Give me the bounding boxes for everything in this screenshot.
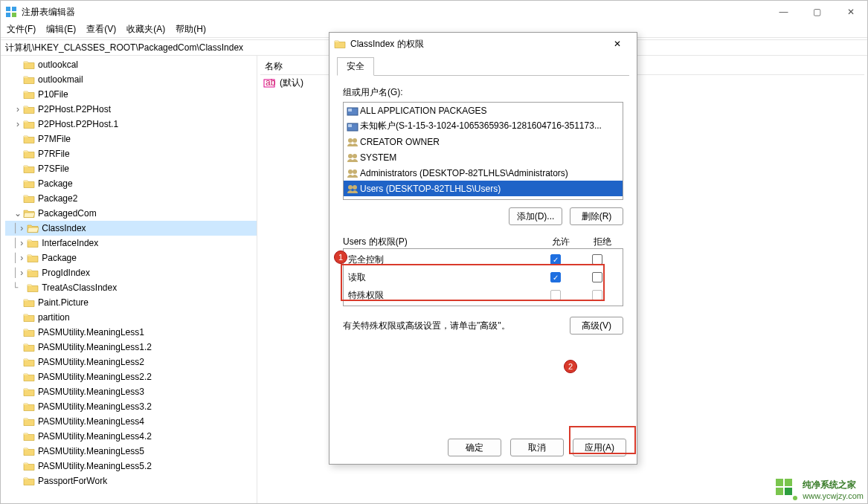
group-name: Administrators (DESKTOP-82TLHLS\Administ… bbox=[360, 168, 568, 178]
folder-icon bbox=[23, 446, 35, 456]
menu-edit[interactable]: 编辑(E) bbox=[46, 23, 76, 37]
column-name[interactable]: 名称 bbox=[265, 60, 283, 73]
deny-checkbox[interactable] bbox=[592, 272, 602, 282]
tree-item-P2PHost.P2PHost[interactable]: ›P2PHost.P2PHost bbox=[5, 102, 257, 117]
tree-item-Package2[interactable]: Package2 bbox=[5, 191, 257, 206]
tree-item-P10File[interactable]: P10File bbox=[5, 87, 257, 102]
tree-item-InterfaceIndex[interactable]: │›InterfaceIndex bbox=[5, 236, 257, 251]
tree-item-outlookcal[interactable]: outlookcal bbox=[5, 57, 257, 72]
folder-icon bbox=[27, 282, 39, 293]
watermark: 纯净系统之家 www.ycwjzy.com bbox=[774, 477, 864, 501]
tree-item-PASMUtility.MeaningLess3.2[interactable]: PASMUtility.MeaningLess3.2 bbox=[5, 399, 257, 414]
group-name: 未知帐户(S-1-15-3-1024-1065365936-1281604716… bbox=[360, 120, 602, 132]
maximize-button[interactable]: ▢ bbox=[800, 1, 834, 23]
tree-item-PASMUtility.MeaningLess4.2[interactable]: PASMUtility.MeaningLess4.2 bbox=[5, 429, 257, 444]
folder-icon bbox=[23, 119, 35, 129]
folder-icon bbox=[23, 357, 35, 367]
tree-item-PASMUtility.MeaningLess3[interactable]: PASMUtility.MeaningLess3 bbox=[5, 384, 257, 399]
folder-icon bbox=[23, 149, 35, 159]
folder-icon bbox=[23, 178, 35, 189]
column-deny: 拒绝 bbox=[582, 236, 623, 248]
menu-help[interactable]: 帮助(H) bbox=[176, 23, 206, 37]
allow-checkbox[interactable]: ✓ bbox=[550, 254, 561, 265]
dialog-close-button[interactable]: ✕ bbox=[602, 33, 632, 54]
group-icon bbox=[347, 168, 359, 178]
groups-listbox[interactable]: ALL APPLICATION PACKAGES未知帐户(S-1-15-3-10… bbox=[343, 102, 623, 200]
tree-item-PassportForWork[interactable]: PassportForWork bbox=[5, 474, 257, 488]
folder-icon bbox=[334, 39, 346, 49]
permission-name: 完全控制 bbox=[348, 253, 535, 266]
advanced-button[interactable]: 高级(V) bbox=[570, 317, 623, 335]
folder-icon bbox=[23, 476, 35, 486]
allow-checkbox[interactable]: ✓ bbox=[550, 272, 561, 282]
annotation-callout-1: 1 bbox=[334, 251, 347, 264]
tree-item-PASMUtility.MeaningLess4[interactable]: PASMUtility.MeaningLess4 bbox=[5, 414, 257, 429]
tree-item-TreatAsClassIndex[interactable]: └TreatAsClassIndex bbox=[5, 280, 257, 295]
tree-item-PackagedCom[interactable]: ⌄PackagedCom bbox=[5, 206, 257, 221]
group-item[interactable]: CREATOR OWNER bbox=[344, 134, 623, 149]
dialog-titlebar: ClassIndex 的权限 ✕ bbox=[329, 33, 637, 55]
tree-item-label: P7RFile bbox=[38, 149, 70, 159]
tree-item-label: partition bbox=[38, 312, 70, 323]
tree-item-P7MFile[interactable]: P7MFile bbox=[5, 132, 257, 146]
group-name: ALL APPLICATION PACKAGES bbox=[360, 106, 487, 116]
group-icon bbox=[347, 184, 359, 194]
menu-file[interactable]: 文件(F) bbox=[7, 23, 36, 37]
ok-button[interactable]: 确定 bbox=[448, 439, 501, 456]
group-name: SYSTEM bbox=[360, 152, 396, 163]
folder-icon bbox=[23, 104, 35, 114]
tree-item-Package[interactable]: │›Package bbox=[5, 251, 257, 265]
value-name: (默认) bbox=[280, 77, 303, 89]
tree-item-PASMUtility.MeaningLess5.2[interactable]: PASMUtility.MeaningLess5.2 bbox=[5, 459, 257, 474]
close-button[interactable]: ✕ bbox=[834, 1, 867, 23]
tree-item-P7SFile[interactable]: P7SFile bbox=[5, 161, 257, 176]
tree-item-PASMUtility.MeaningLess2.2[interactable]: PASMUtility.MeaningLess2.2 bbox=[5, 369, 257, 384]
group-item[interactable]: Administrators (DESKTOP-82TLHLS\Administ… bbox=[344, 165, 623, 181]
tree-item-partition[interactable]: partition bbox=[5, 310, 257, 325]
menu-view[interactable]: 查看(V) bbox=[86, 23, 116, 37]
tree-item-label: P7SFile bbox=[38, 164, 69, 174]
folder-icon bbox=[27, 238, 39, 248]
minimize-button[interactable]: — bbox=[767, 1, 800, 23]
tree-panel[interactable]: outlookcaloutlookmailP10File›P2PHost.P2P… bbox=[1, 56, 257, 503]
group-item[interactable]: 未知帐户(S-1-15-3-1024-1065365936-1281604716… bbox=[344, 118, 623, 134]
tree-item-PASMUtility.MeaningLess2[interactable]: PASMUtility.MeaningLess2 bbox=[5, 355, 257, 369]
column-allow: 允许 bbox=[540, 236, 582, 248]
tabstrip: 安全 bbox=[337, 55, 629, 76]
add-button[interactable]: 添加(D)... bbox=[509, 207, 562, 225]
tree-item-P7RFile[interactable]: P7RFile bbox=[5, 146, 257, 161]
tree-item-label: P7MFile bbox=[38, 134, 71, 144]
cancel-button[interactable]: 取消 bbox=[510, 439, 564, 456]
watermark-url: www.ycwjzy.com bbox=[803, 491, 864, 500]
permission-row: 完全控制✓ bbox=[344, 251, 623, 268]
tree-item-label: PASMUtility.MeaningLess1 bbox=[38, 327, 144, 337]
tree-item-Package[interactable]: Package bbox=[5, 176, 257, 191]
tree-item-label: PASMUtility.MeaningLess2 bbox=[38, 357, 144, 367]
tree-item-ClassIndex[interactable]: │›ClassIndex bbox=[5, 221, 257, 236]
group-item[interactable]: Users (DESKTOP-82TLHLS\Users) bbox=[344, 181, 623, 196]
tree-item-label: PASMUtility.MeaningLess5 bbox=[38, 446, 144, 456]
tree-item-label: Package2 bbox=[38, 193, 77, 204]
tree-item-PASMUtility.MeaningLess1.2[interactable]: PASMUtility.MeaningLess1.2 bbox=[5, 340, 257, 355]
tree-item-PASMUtility.MeaningLess1[interactable]: PASMUtility.MeaningLess1 bbox=[5, 325, 257, 340]
tree-item-ProgIdIndex[interactable]: │›ProgIdIndex bbox=[5, 265, 257, 280]
menu-favorites[interactable]: 收藏夹(A) bbox=[126, 23, 165, 37]
folder-icon bbox=[23, 59, 35, 70]
tree-item-Paint.Picture[interactable]: Paint.Picture bbox=[5, 295, 257, 310]
group-item[interactable]: SYSTEM bbox=[344, 149, 623, 165]
tree-item-label: P2PHost.P2PHost.1 bbox=[38, 119, 118, 129]
tree-item-P2PHost.P2PHost.1[interactable]: ›P2PHost.P2PHost.1 bbox=[5, 117, 257, 132]
folder-icon bbox=[23, 327, 35, 337]
allow-checkbox[interactable] bbox=[550, 290, 561, 300]
remove-button[interactable]: 删除(R) bbox=[570, 207, 623, 225]
apply-button[interactable]: 应用(A) bbox=[573, 439, 626, 456]
dialog-title: ClassIndex 的权限 bbox=[350, 38, 602, 51]
group-item[interactable]: ALL APPLICATION PACKAGES bbox=[344, 103, 623, 118]
tree-item-outlookmail[interactable]: outlookmail bbox=[5, 72, 257, 87]
tree-item-label: PackagedCom bbox=[38, 208, 97, 219]
deny-checkbox[interactable] bbox=[592, 290, 602, 300]
advanced-hint: 有关特殊权限或高级设置，请单击"高级"。 bbox=[343, 320, 570, 332]
tree-item-PASMUtility.MeaningLess5[interactable]: PASMUtility.MeaningLess5 bbox=[5, 444, 257, 459]
deny-checkbox[interactable] bbox=[592, 254, 602, 265]
tab-security[interactable]: 安全 bbox=[337, 57, 374, 76]
